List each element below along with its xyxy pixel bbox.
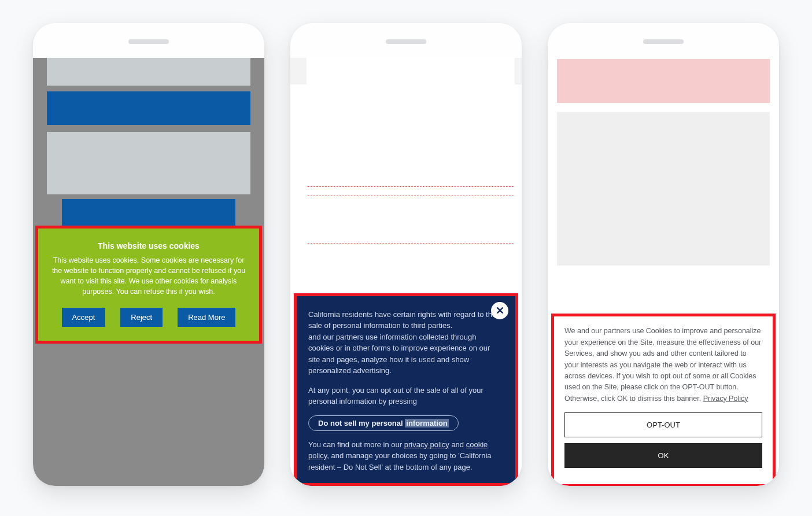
cookie-banner-body: This website uses cookies. Some cookies … [49,255,249,297]
phone-screen: We and our partners use Cookies to impro… [548,58,779,486]
separator-line [308,196,514,196]
privacy-policy-link[interactable]: Privacy Policy [703,395,748,403]
cookie-banner-title: This website uses cookies [49,241,249,250]
privacy-text: You can find out more in our [308,440,404,449]
ok-button[interactable]: OK [564,443,762,468]
cookie-banner-body: We and our partners use Cookies to impro… [564,326,762,404]
placeholder-block [557,59,770,103]
phone-mockup-1: This website uses cookies This website u… [33,23,264,486]
separator-line [308,186,514,187]
privacy-policy-link[interactable]: privacy policy [404,440,449,449]
cookie-banner-text: We and our partners use Cookies to impro… [564,327,761,402]
accept-button[interactable]: Accept [62,308,106,327]
phone-speaker [128,39,169,44]
privacy-banner: ✕ California residents have certain righ… [294,293,518,486]
phone-mockup-2: ✕ California residents have certain righ… [290,23,522,486]
phone-screen: ✕ California residents have certain righ… [290,58,522,486]
reject-button[interactable]: Reject [120,308,163,327]
opt-out-button[interactable]: OPT-OUT [564,412,762,437]
placeholder-block [557,112,770,266]
placeholder-block [47,132,250,194]
placeholder-block [47,91,250,125]
privacy-banner-para: California residents have certain rights… [308,309,504,377]
page-background: This website uses cookies This website u… [33,58,264,486]
read-more-button[interactable]: Read More [178,308,235,327]
close-icon: ✕ [496,304,504,317]
phone-speaker [386,39,426,44]
page-background: ✕ California residents have certain righ… [290,58,522,486]
do-not-sell-button[interactable]: Do not sell my personal information [308,415,459,431]
privacy-banner-para: You can find out more in our privacy pol… [308,439,504,473]
close-button[interactable]: ✕ [491,302,508,319]
phone-speaker [643,39,684,44]
do-not-sell-label: Do not sell my personal [318,419,405,427]
cookie-banner: This website uses cookies This website u… [35,226,262,344]
privacy-text: and [449,440,466,449]
phone-screen: This website uses cookies This website u… [33,58,264,486]
privacy-text: and our partners use information collect… [308,333,490,375]
phone-mockup-3: We and our partners use Cookies to impro… [548,23,779,486]
do-not-sell-label-highlight: information [405,419,449,427]
page-background: We and our partners use Cookies to impro… [548,59,779,486]
cookie-banner: We and our partners use Cookies to impro… [551,314,776,486]
separator-line [308,243,514,244]
placeholder-block [47,58,250,86]
privacy-banner-para: At any point, you can opt out of the sal… [308,385,504,407]
cookie-banner-buttons: Accept Reject Read More [49,308,249,327]
privacy-text: , and manage your choices by going to 'C… [308,451,492,471]
